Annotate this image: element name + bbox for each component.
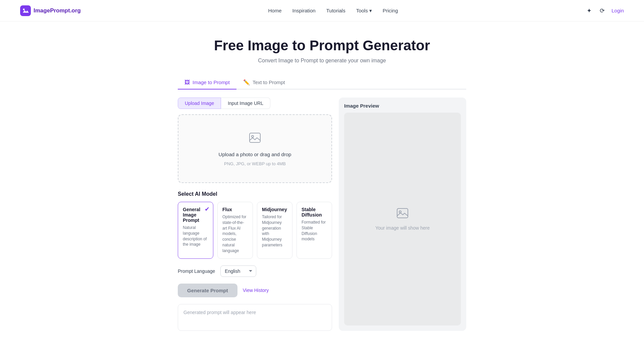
upload-tab-file[interactable]: Upload Image bbox=[178, 98, 221, 109]
chevron-down-icon: ▾ bbox=[369, 8, 372, 14]
model-desc: Natural language description of the imag… bbox=[183, 225, 208, 247]
output-placeholder: Generated prompt will appear here bbox=[183, 310, 256, 315]
nav-pricing[interactable]: Pricing bbox=[383, 8, 398, 13]
action-row: Generate Prompt View History bbox=[178, 284, 332, 297]
site-name: ImagePrompt.org bbox=[34, 7, 81, 14]
hero-section: Free Image to Prompt Generator Convert I… bbox=[0, 21, 644, 76]
svg-point-3 bbox=[252, 135, 254, 137]
nav-inspiration[interactable]: Inspiration bbox=[292, 8, 315, 13]
theme-toggle-button[interactable]: ✦ bbox=[585, 6, 593, 16]
hero-subtitle: Convert Image to Prompt to generate your… bbox=[7, 58, 637, 64]
model-grid: General Image Prompt Natural language de… bbox=[178, 202, 332, 259]
model-desc: Formatted for Stable Diffusion models bbox=[302, 220, 327, 242]
upload-icon bbox=[248, 131, 262, 147]
main-tabs: 🖼 Image to Prompt ✏️ Text to Prompt bbox=[178, 76, 466, 89]
content-grid: Upload Image Input Image URL Upload a ph… bbox=[178, 98, 466, 331]
navbar: ImagePrompt.org Home Inspiration Tutoria… bbox=[0, 0, 644, 21]
drop-title: Upload a photo or drag and drop bbox=[219, 152, 291, 157]
model-name: Stable Diffusion bbox=[302, 207, 327, 218]
svg-rect-4 bbox=[397, 208, 408, 218]
preview-placeholder-text: Your image will show here bbox=[375, 225, 430, 231]
hero-title: Free Image to Prompt Generator bbox=[7, 38, 637, 54]
nav-right: ✦ ⟳ Login bbox=[585, 6, 624, 16]
model-name: Flux bbox=[222, 207, 248, 212]
svg-rect-2 bbox=[250, 133, 260, 142]
model-card-general[interactable]: General Image Prompt Natural language de… bbox=[178, 202, 213, 259]
model-name: Midjourney bbox=[262, 207, 287, 212]
select-model-title: Select AI Model bbox=[178, 191, 332, 197]
prompt-language-label: Prompt Language bbox=[178, 268, 215, 274]
logo[interactable]: ImagePrompt.org bbox=[20, 5, 81, 16]
logo-icon bbox=[20, 5, 31, 16]
nav-links: Home Inspiration Tutorials Tools ▾ Prici… bbox=[268, 8, 398, 14]
svg-point-1 bbox=[23, 8, 25, 10]
model-card-stable-diffusion[interactable]: Stable Diffusion Formatted for Stable Di… bbox=[297, 202, 332, 259]
preview-placeholder-icon bbox=[396, 207, 409, 222]
preview-area: Your image will show here bbox=[344, 113, 461, 325]
preview-title: Image Preview bbox=[344, 103, 461, 109]
upload-tab-url[interactable]: Input Image URL bbox=[221, 98, 270, 109]
model-card-midjourney[interactable]: Midjourney Tailored for Midjourney gener… bbox=[257, 202, 292, 259]
text-tab-icon: ✏️ bbox=[243, 79, 250, 85]
language-select[interactable]: EnglishChineseJapaneseSpanishFrenchGerma… bbox=[220, 265, 256, 277]
svg-point-5 bbox=[399, 211, 401, 213]
model-desc: Optimized for state-of-the-art Flux AI m… bbox=[222, 214, 248, 254]
translate-button[interactable]: ⟳ bbox=[598, 6, 606, 16]
nav-home[interactable]: Home bbox=[268, 8, 281, 13]
login-button[interactable]: Login bbox=[611, 8, 624, 13]
svg-rect-0 bbox=[20, 5, 31, 16]
left-panel: Upload Image Input Image URL Upload a ph… bbox=[178, 98, 332, 331]
nav-tutorials[interactable]: Tutorials bbox=[326, 8, 345, 13]
view-history-link[interactable]: View History bbox=[243, 288, 269, 293]
image-preview-panel: Image Preview Your image will show here bbox=[339, 98, 466, 331]
model-desc: Tailored for Midjourney generation with … bbox=[262, 214, 287, 248]
image-tab-icon: 🖼 bbox=[184, 79, 190, 85]
upload-tabs: Upload Image Input Image URL bbox=[178, 98, 332, 109]
drop-subtitle: PNG, JPG, or WEBP up to 4MB bbox=[224, 161, 286, 166]
model-card-flux[interactable]: Flux Optimized for state-of-the-art Flux… bbox=[217, 202, 253, 259]
tab-text-to-prompt[interactable]: ✏️ Text to Prompt bbox=[236, 76, 292, 89]
prompt-language-row: Prompt Language EnglishChineseJapaneseSp… bbox=[178, 265, 332, 277]
main-container: 🖼 Image to Prompt ✏️ Text to Prompt Uplo… bbox=[171, 76, 473, 351]
nav-tools[interactable]: Tools ▾ bbox=[356, 8, 372, 14]
model-selected-icon: ✔ bbox=[205, 205, 210, 213]
output-area: Generated prompt will appear here bbox=[178, 304, 332, 331]
drop-zone[interactable]: Upload a photo or drag and drop PNG, JPG… bbox=[178, 114, 332, 183]
tab-image-to-prompt[interactable]: 🖼 Image to Prompt bbox=[178, 76, 236, 89]
generate-prompt-button[interactable]: Generate Prompt bbox=[178, 284, 237, 297]
